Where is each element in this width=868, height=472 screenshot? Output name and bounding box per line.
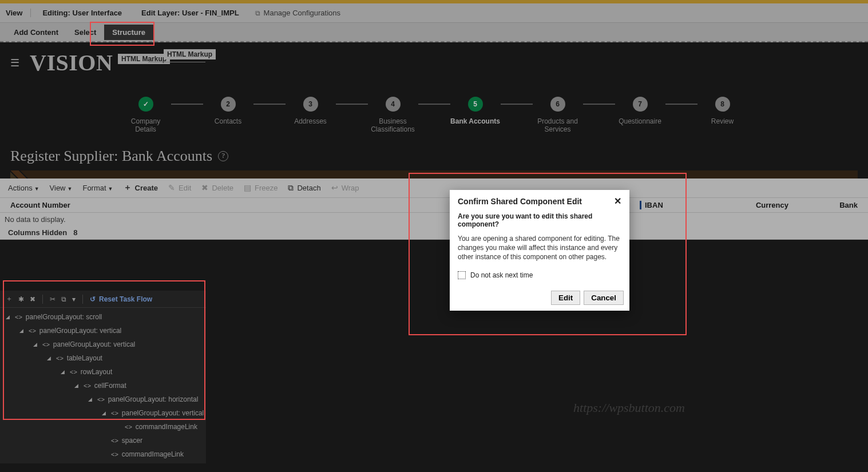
checkbox-label: Do not ask next time bbox=[470, 271, 533, 279]
dialog-title: Confirm Shared Component Edit bbox=[458, 197, 582, 206]
dialog-description: You are opening a shared component for e… bbox=[458, 234, 621, 262]
cancel-button[interactable]: Cancel bbox=[584, 291, 624, 305]
modal-backdrop bbox=[0, 0, 868, 472]
dialog-question: Are you sure you want to edit this share… bbox=[458, 212, 621, 228]
close-icon[interactable]: ✕ bbox=[614, 196, 621, 207]
edit-dialog-button[interactable]: Edit bbox=[551, 291, 580, 305]
checkbox-icon bbox=[458, 271, 466, 279]
dont-ask-checkbox[interactable]: Do not ask next time bbox=[458, 271, 621, 279]
confirm-dialog: Confirm Shared Component Edit ✕ Are you … bbox=[450, 190, 629, 311]
